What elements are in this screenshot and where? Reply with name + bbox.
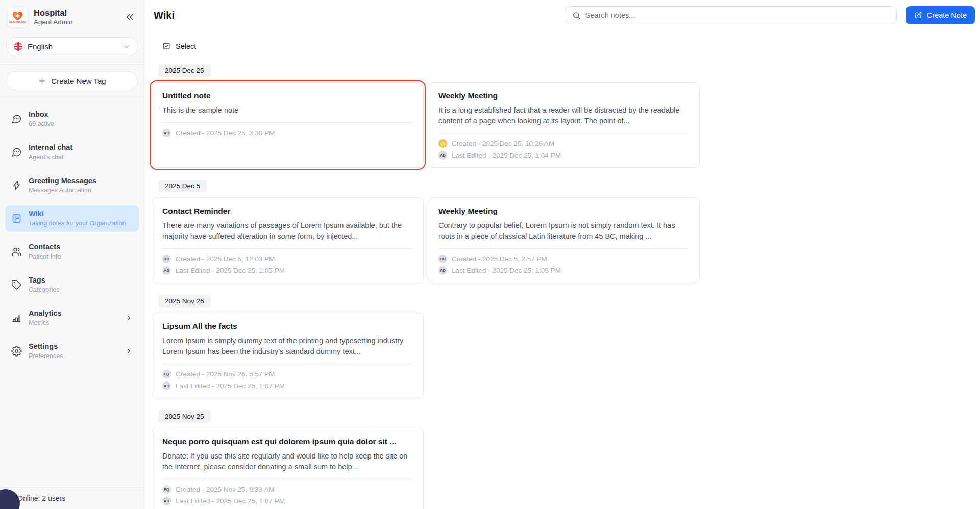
create-new-tag-button[interactable]: Create New Tag (6, 71, 138, 90)
note-card[interactable]: Weekly Meeting It is a long established … (428, 82, 700, 168)
note-meta-row: AD Last Edited - 2025 Dec 25, 1:07 PM (162, 381, 413, 390)
note-meta-text: Created - 2025 Dec 25, 10:26 AM (452, 140, 554, 147)
brand-title: Hospital (34, 8, 73, 18)
notes-list: 2025 Dec 25 Untitled note This is the sa… (152, 64, 980, 509)
divider (0, 97, 144, 97)
sidebar-item-sublabel: 69 active (29, 120, 54, 128)
sidebar-item-analytics[interactable]: Analytics Metrics (5, 304, 139, 331)
gear-icon (11, 346, 22, 357)
tag-icon (11, 279, 22, 290)
sidebar-item-sublabel: Preferences (29, 352, 63, 360)
note-meta-text: Created - 2025 Dec 5, 2:57 PM (452, 255, 547, 263)
brand-subtitle: Agent Admin (34, 18, 73, 26)
users-icon (11, 246, 22, 257)
sidebar-item-wiki[interactable]: Wiki Taking notes for your Organization (5, 205, 139, 232)
sidebar-item-label: Internal chat (29, 143, 72, 152)
chat-bubble-icon (11, 147, 22, 158)
note-card[interactable]: Weekly Meeting Contrary to popular belie… (428, 197, 700, 283)
sidebar-item-tags[interactable]: Tags Categories (5, 271, 139, 298)
sidebar-item-settings[interactable]: Settings Preferences (5, 338, 139, 364)
sidebar-item-label: Greeting Messages (29, 176, 96, 186)
create-note-button[interactable]: Create Note (906, 6, 975, 24)
sidebar-item-sublabel: Patient Info (29, 252, 61, 261)
note-excerpt: Contrary to popular belief, Lorem Ipsum … (438, 220, 689, 242)
note-meta-text: Last Edited - 2025 Dec 25, 1:07 PM (176, 497, 285, 505)
note-meta-text: Last Edited - 2025 Dec 25, 1:05 PM (452, 267, 561, 274)
avatar-fq: FQ (162, 485, 171, 494)
notes-date-group: 2025 Nov 26 Lipsum All the facts Lorem I… (152, 295, 980, 398)
divider (438, 248, 689, 249)
select-toggle[interactable]: Select (162, 42, 196, 50)
cards-grid: Neque porro quisquam est qui dolorem ips… (152, 428, 980, 509)
note-card[interactable]: Contact Reminder There are many variatio… (152, 197, 424, 283)
note-card[interactable]: Untitled note This is the sample note AD… (152, 82, 424, 168)
checkbox-icon (162, 42, 171, 50)
collapse-sidebar-button[interactable] (124, 11, 136, 23)
divider (162, 364, 413, 364)
note-card[interactable]: Neque porro quisquam est qui dolorem ips… (152, 428, 424, 509)
online-status-bar: Online: 2 users (0, 487, 144, 509)
note-title: Untitled note (162, 91, 413, 100)
note-meta-text: Created - 2025 Dec 5, 12:03 PM (176, 255, 275, 263)
sidebar-item-sublabel: Messages Automation (29, 186, 96, 194)
page-header: Wiki Create Note (144, 0, 980, 31)
note-excerpt: Donate: If you use this site regularly a… (162, 451, 413, 472)
heart-cross-icon (12, 11, 23, 21)
sidebar-item-greeting-messages[interactable]: Greeting Messages Messages Automation (5, 172, 139, 198)
cards-grid: Contact Reminder There are many variatio… (152, 197, 980, 283)
note-meta-text: Last Edited - 2025 Dec 25, 1:05 PM (176, 267, 285, 274)
date-chip: 2025 Nov 26 (158, 295, 211, 308)
double-chevron-left-icon (125, 12, 135, 22)
bar-chart-icon (11, 313, 22, 323)
avatar-fq: FQ (162, 370, 171, 378)
note-excerpt: This is the sample note (162, 105, 413, 116)
basket-avatar-icon (438, 139, 447, 148)
divider (438, 133, 689, 134)
chevron-down-icon (123, 43, 130, 50)
divider (0, 64, 144, 65)
note-meta-row: Created - 2025 Dec 25, 10:26 AM (438, 139, 689, 148)
search-input[interactable] (585, 11, 890, 19)
note-meta-text: Created - 2025 Nov 25, 9:33 AM (176, 486, 275, 493)
create-new-tag-label: Create New Tag (51, 77, 106, 85)
chat-bubble-icon (11, 114, 22, 124)
note-title: Lipsum All the facts (162, 322, 413, 331)
sidebar-item-label: Contacts (29, 242, 61, 252)
language-select[interactable]: English (6, 37, 138, 56)
hospital-logo: HEALTHCARE (7, 7, 28, 28)
cards-grid: Untitled note This is the sample note AD… (152, 82, 980, 168)
sidebar-item-internal-chat[interactable]: Internal chat Agent's chat (5, 139, 139, 165)
note-title: Neque porro quisquam est qui dolorem ips… (162, 437, 413, 446)
notes-date-group: 2025 Nov 25 Neque porro quisquam est qui… (152, 410, 980, 509)
note-meta-row: DU Created - 2025 Dec 5, 12:03 PM (162, 254, 413, 263)
date-chip: 2025 Nov 25 (158, 410, 211, 423)
avatar-ad: AD (438, 151, 447, 160)
sidebar-item-sublabel: Metrics (29, 319, 61, 327)
avatar-du: DU (162, 254, 171, 263)
note-meta: Created - 2025 Dec 25, 10:26 AM AD Last … (438, 139, 689, 160)
sidebar-item-contacts[interactable]: Contacts Patient Info (5, 238, 139, 265)
create-note-label: Create Note (927, 11, 967, 19)
select-label: Select (176, 42, 196, 50)
corner-widget-button[interactable] (0, 489, 20, 509)
avatar-ad: AD (162, 381, 171, 390)
avatar-ad: AD (162, 129, 171, 137)
note-meta-text: Created - 2025 Nov 26, 5:57 PM (176, 370, 275, 378)
note-meta-row: AD Last Edited - 2025 Dec 25, 1:05 PM (162, 266, 413, 275)
date-chip: 2025 Dec 25 (158, 64, 211, 77)
note-meta: AD Created - 2025 Dec 25, 3:30 PM (162, 129, 413, 137)
note-card[interactable]: Lipsum All the facts Lorem Ipsum is simp… (152, 313, 424, 398)
language-selected-value: English (28, 42, 53, 51)
sidebar-item-inbox[interactable]: Inbox 69 active (5, 106, 139, 132)
note-meta-row: AD Last Edited - 2025 Dec 25, 1:04 PM (438, 151, 689, 160)
note-title: Weekly Meeting (438, 91, 689, 100)
sidebar-nav: Inbox 69 active Internal chat Agent's ch… (0, 106, 144, 487)
search-box (566, 6, 897, 24)
note-title: Contact Reminder (162, 207, 413, 216)
note-meta-row: AD Last Edited - 2025 Dec 25, 1:05 PM (438, 266, 689, 275)
bolt-icon (11, 180, 22, 191)
note-meta: DU Created - 2025 Dec 5, 12:03 PM AD Las… (162, 254, 413, 275)
chevron-right-icon (125, 314, 133, 322)
sidebar-item-label: Settings (29, 342, 63, 351)
note-excerpt: It is a long established fact that a rea… (438, 105, 689, 126)
